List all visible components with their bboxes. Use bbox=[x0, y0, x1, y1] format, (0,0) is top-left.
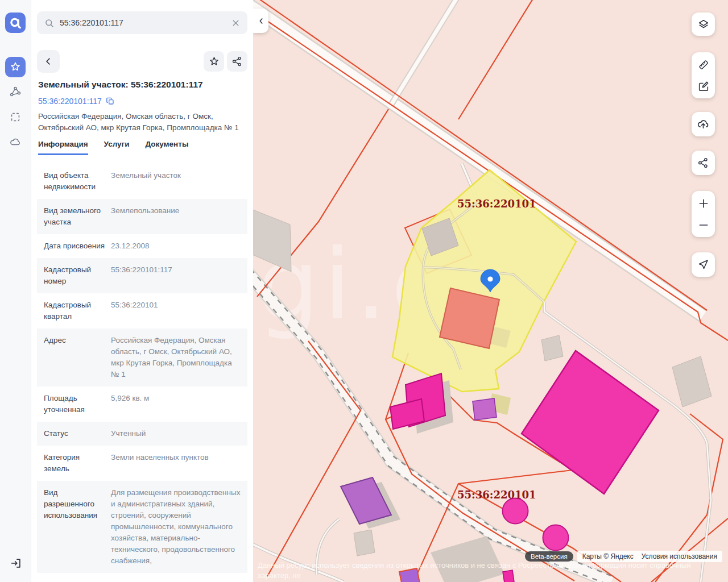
map-svg: gi.ce bbox=[253, 0, 728, 582]
table-row: СтатусУчтенный bbox=[37, 422, 247, 446]
search-icon bbox=[44, 18, 55, 28]
sidebar-item-area-select[interactable] bbox=[5, 107, 26, 127]
collapse-panel-button[interactable] bbox=[253, 9, 268, 33]
page-title: Земельный участок: 55:36:220101:117 bbox=[38, 80, 247, 90]
icon-rail bbox=[0, 0, 31, 582]
tab-documents[interactable]: Документы bbox=[146, 140, 189, 155]
chevron-left-icon bbox=[257, 17, 265, 25]
building-gray bbox=[541, 335, 563, 361]
dashed-square-icon bbox=[9, 111, 22, 123]
table-row: Вид земельного участкаЗемлепользование bbox=[37, 199, 247, 234]
cloud-upload-icon bbox=[697, 118, 710, 131]
sign-in-icon bbox=[10, 557, 22, 569]
table-row: АдресРоссийская Федерация, Омская област… bbox=[37, 329, 247, 386]
zoom-group bbox=[692, 191, 715, 237]
sidebar-item-cloud[interactable] bbox=[5, 132, 26, 152]
tank-circle bbox=[503, 498, 528, 524]
favorite-button[interactable] bbox=[204, 51, 224, 72]
search-bar bbox=[37, 11, 247, 34]
table-row: Категория земельЗемли населенных пунктов bbox=[37, 446, 247, 481]
tab-bar: Информация Услуги Документы bbox=[38, 140, 188, 155]
measure-button[interactable] bbox=[692, 54, 715, 76]
minus-icon bbox=[698, 219, 709, 231]
search-input[interactable] bbox=[60, 18, 231, 27]
layers-button[interactable] bbox=[692, 13, 715, 36]
share-button[interactable] bbox=[227, 51, 247, 72]
app-logo[interactable] bbox=[5, 13, 26, 33]
copy-icon[interactable] bbox=[106, 97, 115, 106]
info-panel: Земельный участок: 55:36:220101:117 55:3… bbox=[31, 0, 253, 582]
navigation-arrow-icon bbox=[697, 259, 709, 271]
table-row: Вид объекта недвижимостиЗемельный участо… bbox=[37, 164, 247, 199]
zoom-in-button[interactable] bbox=[692, 193, 715, 214]
chevron-left-icon bbox=[43, 56, 53, 66]
sign-in-button[interactable] bbox=[0, 557, 31, 569]
tools-group bbox=[692, 52, 715, 98]
map-canvas[interactable]: gi.ce bbox=[253, 0, 728, 582]
draw-button[interactable] bbox=[692, 76, 715, 97]
table-row: Вид разрешенного использованияДля размещ… bbox=[37, 481, 247, 573]
app: Земельный участок: 55:36:220101:117 55:3… bbox=[0, 0, 728, 582]
table-row: Площадь уточненная5,926 кв. м bbox=[37, 386, 247, 422]
tab-services[interactable]: Услуги bbox=[104, 140, 130, 155]
map-share-button[interactable] bbox=[692, 151, 715, 175]
maps-credit[interactable]: Карты © Яндекс bbox=[582, 552, 634, 560]
share-icon bbox=[231, 56, 243, 67]
building-gray bbox=[354, 530, 375, 556]
info-table: Вид объекта недвижимостиЗемельный участо… bbox=[37, 164, 247, 573]
star-icon bbox=[208, 56, 220, 68]
object-address: Российская Федерация, Омская область, г … bbox=[38, 111, 246, 134]
ruler-icon bbox=[697, 59, 710, 71]
map-attribution: Карты © Яндекс Условия использования bbox=[577, 551, 722, 562]
building-purple-small bbox=[473, 398, 497, 420]
back-button[interactable] bbox=[37, 50, 60, 73]
polygon-nodes-icon bbox=[9, 86, 22, 98]
table-row: Дата присвоения23.12.2008 bbox=[37, 234, 247, 258]
building-salmon bbox=[440, 288, 499, 348]
object-toolbar bbox=[37, 50, 247, 73]
map-footer: Beta-версия Карты © Яндекс Условия испол… bbox=[525, 551, 722, 562]
quarter-label: 55:36:220101 bbox=[457, 489, 536, 501]
zoom-out-button[interactable] bbox=[692, 214, 715, 236]
cadastral-link-row: 55:36:220101:117 bbox=[38, 97, 115, 106]
table-row: Кадастровый квартал55:36:220101 bbox=[37, 293, 247, 329]
tank-circle bbox=[543, 525, 569, 551]
building-magenta bbox=[503, 570, 514, 582]
layers-icon bbox=[697, 18, 710, 31]
terms-of-use-link[interactable]: Условия использования bbox=[642, 552, 717, 560]
sidebar-item-favorites[interactable] bbox=[5, 57, 26, 77]
cloud-icon bbox=[9, 136, 22, 148]
tab-information[interactable]: Информация bbox=[38, 140, 88, 155]
sidebar-item-objects[interactable] bbox=[5, 82, 26, 102]
upload-button[interactable] bbox=[692, 112, 715, 136]
logo-a-icon bbox=[8, 15, 23, 30]
edit-icon bbox=[697, 80, 710, 93]
cadastral-number-link[interactable]: 55:36:220101:117 bbox=[38, 97, 102, 106]
share-icon bbox=[697, 157, 709, 169]
quarter-label: 55:36:220101 bbox=[457, 198, 536, 210]
table-row: Кадастровый номер55:36:220101:117 bbox=[37, 258, 247, 293]
locate-button[interactable] bbox=[692, 252, 715, 277]
plus-icon bbox=[698, 198, 709, 209]
beta-badge: Beta-версия bbox=[525, 551, 573, 562]
clear-search-icon[interactable] bbox=[231, 18, 241, 28]
star-icon bbox=[9, 61, 22, 73]
